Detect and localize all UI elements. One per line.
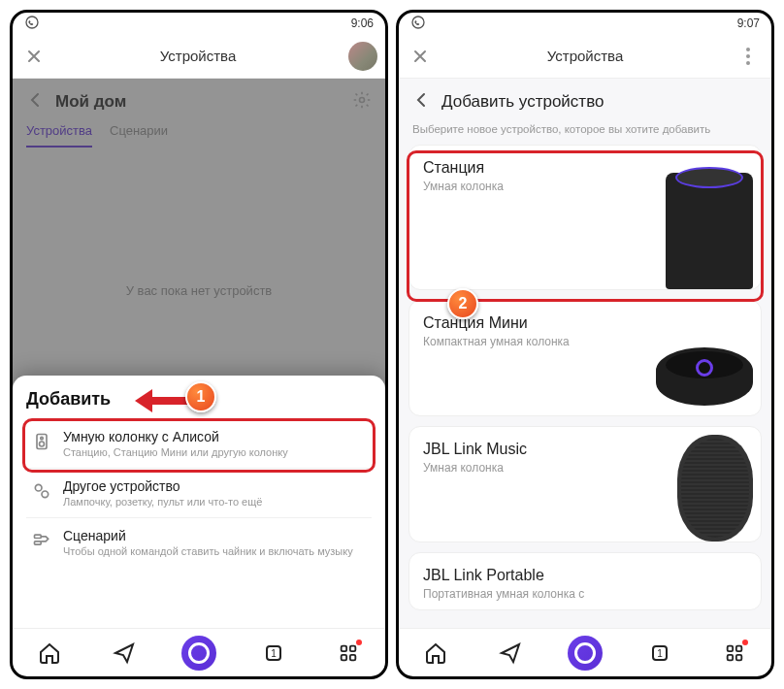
status-time: 9:07 bbox=[737, 16, 760, 30]
svg-point-0 bbox=[26, 16, 38, 28]
topbar-title: Устройства bbox=[55, 48, 341, 64]
devices-icon bbox=[30, 479, 53, 503]
device-list: Станция Умная колонка Станция Мини Компа… bbox=[399, 145, 771, 610]
nav-alice[interactable] bbox=[566, 634, 604, 673]
back-icon[interactable] bbox=[412, 90, 432, 114]
device-title: Станция Мини bbox=[423, 314, 747, 332]
nav-send[interactable] bbox=[105, 634, 144, 673]
nav-home[interactable] bbox=[416, 634, 455, 673]
device-image-station bbox=[666, 173, 753, 289]
speaker-icon bbox=[30, 430, 53, 453]
bottom-nav: 1 bbox=[13, 628, 385, 676]
step-badge-2: 2 bbox=[447, 288, 478, 319]
content-area: Мой дом Устройства Сценарии У вас пока н… bbox=[13, 79, 385, 628]
avatar[interactable] bbox=[348, 42, 377, 71]
svg-rect-7 bbox=[35, 535, 42, 538]
sheet-row-scenario[interactable]: Сценарий Чтобы одной командой ставить ча… bbox=[26, 518, 372, 567]
svg-point-15 bbox=[412, 16, 424, 28]
status-bar: 9:07 bbox=[399, 13, 771, 34]
device-card-station[interactable]: Станция Умная колонка bbox=[408, 145, 762, 290]
sheet-row-other-device[interactable]: Другое устройство Лампочку, розетку, пул… bbox=[26, 469, 372, 518]
content-area: Добавить устройство Выберите новое устро… bbox=[399, 79, 771, 628]
status-time: 9:06 bbox=[351, 16, 374, 30]
nav-send[interactable] bbox=[491, 634, 530, 673]
svg-rect-19 bbox=[735, 645, 741, 651]
bottom-nav: 1 bbox=[399, 628, 771, 676]
close-icon[interactable] bbox=[407, 43, 434, 70]
row-title: Другое устройство bbox=[63, 478, 262, 494]
device-image-jbl-music bbox=[677, 435, 753, 541]
device-title: JBL Link Portable bbox=[423, 567, 747, 584]
phone-screen-1: 9:06 Устройства Мой дом Устройства Сцена bbox=[10, 10, 388, 679]
device-subtitle: Компактная умная колонка bbox=[423, 335, 747, 348]
close-icon[interactable] bbox=[20, 43, 48, 70]
row-title: Умную колонку с Алисой bbox=[63, 429, 288, 444]
svg-rect-18 bbox=[727, 645, 733, 651]
topbar: Устройства bbox=[13, 34, 385, 79]
svg-rect-20 bbox=[727, 654, 733, 660]
device-card-jbl-portable[interactable]: JBL Link Portable Портативная умная коло… bbox=[408, 552, 762, 610]
hint-text: Выберите новое устройство, которое вы хо… bbox=[399, 119, 771, 145]
svg-point-4 bbox=[40, 442, 45, 446]
row-title: Сценарий bbox=[63, 528, 353, 543]
status-bar: 9:06 bbox=[13, 13, 385, 34]
row-subtitle: Чтобы одной командой ставить чайник и вк… bbox=[63, 545, 353, 557]
svg-rect-12 bbox=[349, 645, 355, 651]
whatsapp-icon bbox=[24, 15, 40, 33]
arrow-step-1 bbox=[135, 389, 191, 412]
nav-apps[interactable] bbox=[329, 634, 368, 673]
row-subtitle: Станцию, Станцию Мини или другую колонку bbox=[63, 446, 288, 458]
topbar: Устройства bbox=[399, 34, 771, 79]
svg-rect-8 bbox=[35, 541, 42, 544]
page-title: Добавить устройство bbox=[441, 92, 604, 112]
svg-rect-11 bbox=[341, 645, 346, 651]
device-subtitle: Портативная умная колонка с bbox=[423, 587, 747, 601]
svg-point-3 bbox=[41, 437, 44, 440]
page-header: Добавить устройство bbox=[399, 79, 771, 119]
svg-rect-14 bbox=[349, 654, 355, 660]
svg-point-6 bbox=[42, 491, 49, 498]
nav-tabs[interactable]: 1 bbox=[254, 634, 293, 673]
svg-text:1: 1 bbox=[657, 648, 663, 659]
whatsapp-icon bbox=[410, 15, 426, 33]
kebab-menu-icon[interactable] bbox=[736, 48, 760, 65]
row-subtitle: Лампочку, розетку, пульт или что-то ещё bbox=[63, 496, 262, 508]
device-image-mini bbox=[656, 347, 753, 406]
scenario-icon bbox=[30, 529, 53, 552]
svg-rect-21 bbox=[735, 654, 741, 660]
add-bottom-sheet: Добавить Умную колонку с Алисой Станцию,… bbox=[13, 376, 385, 628]
step-badge-1: 1 bbox=[185, 381, 216, 412]
nav-home[interactable] bbox=[30, 634, 69, 673]
sheet-row-smart-speaker[interactable]: Умную колонку с Алисой Станцию, Станцию … bbox=[26, 419, 372, 469]
device-card-jbl-music[interactable]: JBL Link Music Умная колонка bbox=[408, 426, 762, 542]
phone-screen-2: 9:07 Устройства Добавить устройство Выбе… bbox=[396, 10, 774, 679]
nav-alice[interactable] bbox=[180, 634, 218, 673]
svg-text:1: 1 bbox=[271, 648, 277, 659]
nav-apps[interactable] bbox=[715, 634, 754, 673]
topbar-title: Устройства bbox=[441, 48, 729, 64]
svg-rect-13 bbox=[341, 654, 346, 660]
svg-point-5 bbox=[35, 484, 42, 491]
nav-tabs[interactable]: 1 bbox=[640, 634, 679, 673]
